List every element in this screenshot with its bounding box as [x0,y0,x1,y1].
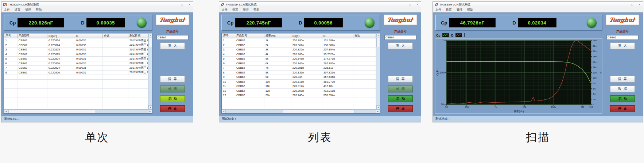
table-row-empty [222,102,376,107]
menu-help[interactable]: 帮助 [467,8,473,12]
minimize-button[interactable]: — [623,3,626,6]
clear-zero-button[interactable]: 清零 [160,76,185,83]
table-row[interactable]: 12CBB6212k220.809n412.018u [222,88,376,93]
scrollbar-thumb[interactable] [376,38,380,47]
product-model-input[interactable] [384,35,416,40]
table-row[interactable]: 2CBB622k220.862n130.882u [222,43,376,48]
menu-manage[interactable]: 管理 [457,8,462,12]
table-row[interactable]: 1CBB621k220.885n131.288u [222,38,376,43]
scroll-left-icon[interactable]: ◄ [222,110,226,113]
minimize-button[interactable]: — [401,3,404,6]
menu-settings[interactable]: 设置 [15,8,20,12]
menu-help[interactable]: 帮助 [253,8,259,12]
stop-button[interactable]: 停止 [160,105,185,112]
status-bar: 测试结束 ! [219,116,421,122]
scroll-up-icon[interactable]: ▲ [148,33,152,37]
clear-zero-button[interactable]: 清零 [610,76,635,83]
table-row[interactable]: 5CBB620.2208240.000352017/6/7/周三 8:52 [4,57,148,61]
column-header[interactable]: 序号 [222,34,235,38]
column-header[interactable]: D [322,34,353,38]
maximize-button[interactable]: □ [181,3,184,6]
table-row[interactable]: 1CBB620.2208240.000352017/6/7/周三 8:52 [4,38,148,43]
close-button[interactable]: × [638,3,641,6]
table-row[interactable]: 4CBB624k220.883n95.7021u [222,52,376,57]
start-button[interactable]: 启动 [388,95,413,102]
column-header[interactable]: Cp(F) [291,34,322,38]
start-button[interactable]: 启动 [160,95,185,102]
scrollbar-thumb[interactable] [8,110,95,113]
maximize-button[interactable]: □ [408,3,412,6]
table-row[interactable]: 6CBB626k220.842n262.882u [222,61,376,66]
table-row[interactable]: 3CBB620.2208250.000352017/6/7/周三 8:52 [4,48,148,52]
svg-text:4m: 4m [593,93,595,95]
horizontal-scrollbar[interactable]: ◄ ► [4,109,152,113]
start-button[interactable]: 启动 [610,95,635,102]
horizontal-scrollbar[interactable]: ◄ ► [222,109,380,113]
scroll-left-icon[interactable]: ◄ [4,110,8,113]
table-row[interactable]: 7CBB627k220.856n235.61u [222,66,376,71]
product-model-input[interactable] [156,35,189,40]
table-row[interactable]: 10CBB6210k220.815n381.072u [222,79,376,84]
table-row[interactable]: 4CBB620.2208250.000352017/6/7/周三 8:52 [4,52,148,57]
minimize-button[interactable]: — [173,3,176,6]
menu-file[interactable]: 文件 [4,8,10,12]
column-header[interactable]: 分选 [103,34,128,38]
column-header[interactable]: 频率(Hz) [264,34,291,38]
titlebar[interactable]: TH2835H LCR测试系统 — □ × [219,2,421,7]
stop-button[interactable]: 停止 [610,105,635,112]
table-row[interactable]: 8CBB628k220.836n307.823u [222,70,376,75]
d-curve-icon[interactable] [455,33,462,37]
column-header[interactable]: D [75,34,103,38]
clear-zero-button[interactable]: 清零 [388,76,413,83]
scrollbar-thumb[interactable] [148,38,152,47]
column-header[interactable]: 产品型号 [235,34,264,38]
import-button[interactable]: 导入 [388,42,413,49]
menu-file[interactable]: 文件 [222,8,228,12]
vertical-scrollbar[interactable]: ▲ ▼ [376,33,380,109]
table-row[interactable]: 5CBB625k220.849n174.371u [222,57,376,61]
table-row[interactable]: 11CBB6211k220.812n412.18u [222,84,376,89]
menu-manage[interactable]: 管理 [243,8,249,12]
close-button[interactable]: × [416,3,419,6]
product-model-input[interactable] [606,35,639,40]
maximize-button[interactable]: □ [631,3,634,6]
column-header[interactable]: Cp(uF) [47,34,75,38]
scroll-right-icon[interactable]: ► [376,110,380,113]
tab-cp-label[interactable]: Cp [436,34,440,37]
scroll-up-icon[interactable]: ▲ [376,33,380,37]
table-row[interactable]: 6CBB620.2208260.000352017/6/7/周三 8:53 [4,61,148,66]
column-header[interactable]: 分选 [353,34,376,38]
import-button[interactable]: 导入 [610,42,635,49]
menu-manage[interactable]: 管理 [25,8,31,12]
table-row[interactable]: 8CBB620.2208260.000352017/6/7/周三 8:52 [4,70,148,75]
d-display: 0.00035 [86,18,125,27]
detect-button[interactable]: 检测 [388,86,413,92]
scroll-down-icon[interactable]: ▼ [376,105,380,109]
titlebar[interactable]: TH2835H LCR测试系统 — □ × [433,2,643,7]
import-button[interactable]: 导入 [160,42,185,49]
column-header[interactable]: 序号 [4,34,18,38]
close-button[interactable]: × [188,3,191,6]
data-button[interactable]: 数据 [610,86,635,92]
table-row[interactable]: 3CBB623k220.822n257.894u [222,48,376,52]
column-header[interactable]: 产品型号 [18,34,47,38]
table-row[interactable]: 13CBB6220k220.745n555.054u [222,93,376,98]
detect-button[interactable]: 检测 [160,86,185,92]
scrollbar-thumb[interactable] [283,110,355,113]
scroll-down-icon[interactable]: ▼ [148,105,152,109]
stop-button[interactable]: 停止 [388,105,413,112]
menu-settings[interactable]: 设置 [446,8,452,12]
table-row[interactable]: 9CBB629k220.83n357.535u [222,75,376,80]
column-header[interactable]: 测试日期 [128,34,148,38]
cp-curve-icon[interactable] [442,33,449,37]
table-row[interactable]: 7CBB620.2208240.000352017/6/7/周三 8:52 [4,66,148,71]
titlebar[interactable]: TH2835H LCR测试系统 — □ × [1,2,193,7]
table-row[interactable]: 2CBB620.2208240.000352017/6/7/周三 8:52 [4,43,148,48]
menu-help[interactable]: 帮助 [36,8,42,12]
vertical-scrollbar[interactable]: ▲ ▼ [148,33,152,109]
scroll-right-icon[interactable]: ► [148,110,152,113]
table-row-empty [4,79,148,84]
menu-settings[interactable]: 设置 [232,8,238,12]
tab-d-label[interactable]: D [451,34,453,37]
menu-file[interactable]: 文件 [435,8,441,12]
